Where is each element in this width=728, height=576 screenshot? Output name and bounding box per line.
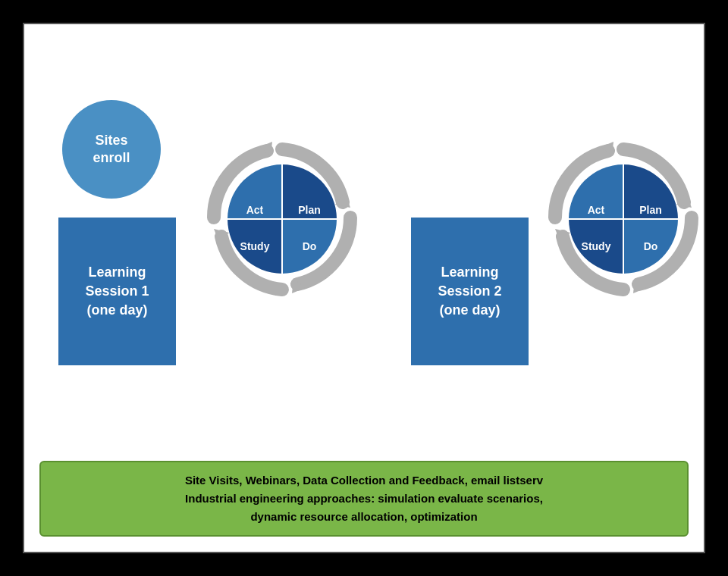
sites-enroll-circle: Sites enroll bbox=[62, 100, 161, 199]
content-area: Sites enroll bbox=[39, 39, 689, 464]
pdsa-cycle-1: Act Plan Study Do bbox=[202, 138, 362, 301]
plan-label-1: Plan bbox=[298, 204, 321, 216]
act-label-2: Act bbox=[588, 204, 605, 216]
bottom-bar-line3: dynamic resource allocation, optimizatio… bbox=[250, 510, 477, 523]
bottom-bar-line2: Industrial engineering approaches: simul… bbox=[185, 492, 543, 505]
pdsa-cycle-2: Act Plan Study Do bbox=[544, 138, 703, 301]
learning-session-2-box: LearningSession 2(one day) bbox=[411, 218, 529, 365]
plan-label-2: Plan bbox=[639, 204, 662, 216]
bottom-bar-line1: Site Visits, Webinars, Data Collection a… bbox=[185, 474, 543, 487]
study-label-2: Study bbox=[582, 240, 611, 252]
learning-session-1-box: LearningSession 1(one day) bbox=[58, 218, 176, 365]
learning-session-1-label: LearningSession 1(one day) bbox=[85, 263, 149, 321]
study-label-1: Study bbox=[240, 240, 270, 252]
learning-session-2-label: LearningSession 2(one day) bbox=[438, 263, 501, 321]
main-slide: Sites enroll bbox=[23, 23, 705, 553]
bottom-support-bar: Site Visits, Webinars, Data Collection a… bbox=[39, 461, 689, 537]
bottom-bar-text: Site Visits, Webinars, Data Collection a… bbox=[56, 471, 672, 526]
sites-enroll-label: Sites enroll bbox=[93, 132, 130, 167]
act-label-1: Act bbox=[246, 204, 264, 216]
do-label-1: Do bbox=[303, 240, 317, 252]
do-label-2: Do bbox=[644, 240, 658, 252]
